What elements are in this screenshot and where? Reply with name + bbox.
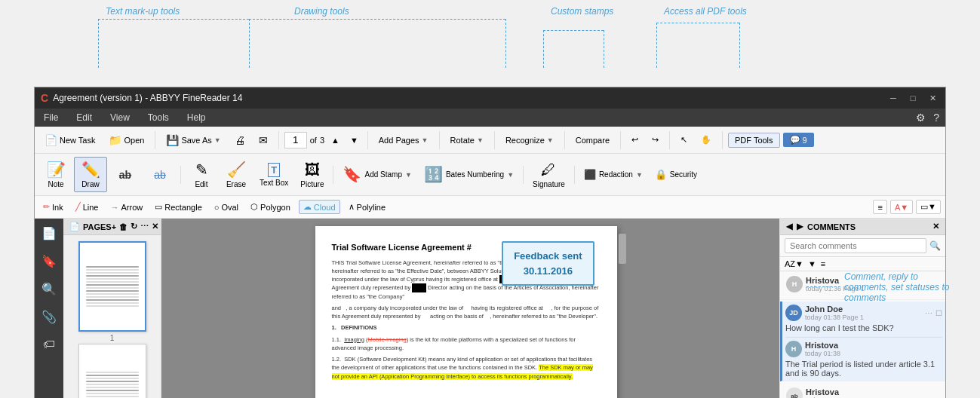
ink-tool[interactable]: ✏ Ink bbox=[39, 201, 67, 213]
pages-delete-icon[interactable]: 🗑 bbox=[119, 222, 127, 231]
cursor-button[interactable]: ↖ bbox=[675, 132, 693, 148]
ink-icon: ✏ bbox=[43, 202, 50, 212]
comments-close-icon[interactable]: ✕ bbox=[932, 222, 939, 231]
erase-tool[interactable]: 🧹 Erase bbox=[220, 157, 253, 192]
pages-panel: 📄 PAGES + 🗑 ↻ ⋯ ✕ bbox=[63, 219, 161, 398]
pages-controls: + 🗑 ↻ ⋯ ✕ bbox=[112, 222, 158, 231]
comment-avatar-1: H bbox=[786, 276, 803, 292]
main-content: 📄 🔖 🔍 📎 🏷 📄 PAGES + 🗑 ↻ ⋯ ✕ bbox=[35, 219, 945, 398]
strikethrough-tool-2[interactable]: ab bbox=[143, 165, 177, 185]
page-up-button[interactable]: ▲ bbox=[327, 133, 343, 147]
pages-rotate-icon[interactable]: ↻ bbox=[131, 222, 137, 231]
drawing-toolbar: ✏ Ink ╱ Line → Arrow ▭ Rectangle ○ Oval … bbox=[35, 196, 945, 219]
print-button[interactable]: 🖨 bbox=[229, 131, 250, 149]
compare-button[interactable]: Compare bbox=[570, 133, 615, 148]
draw-color-btn[interactable]: ≡ bbox=[873, 200, 886, 214]
page-thumb-1[interactable]: 1 bbox=[78, 241, 146, 332]
page-thumb-2[interactable]: 2 bbox=[78, 344, 146, 398]
toolbar-sep-1 bbox=[155, 131, 155, 149]
draw-color2-btn[interactable]: A▼ bbox=[890, 200, 913, 214]
open-button[interactable]: 📁 Open bbox=[103, 131, 149, 149]
security-tool[interactable]: 🔒 Security bbox=[650, 165, 702, 184]
menu-bar: File Edit View Tools Help ⚙ ? bbox=[35, 109, 945, 127]
comment-more-icon[interactable]: ⋯ bbox=[925, 309, 932, 317]
reply-text: The Trial period is listed under article… bbox=[785, 360, 942, 378]
sidebar-page-icon[interactable]: 📄 bbox=[38, 223, 60, 243]
minimize-button[interactable]: ─ bbox=[886, 91, 900, 105]
pages-title: PAGES bbox=[83, 222, 112, 231]
pdf-tools-button[interactable]: PDF Tools bbox=[728, 133, 780, 148]
save-dropdown-arrow: ▼ bbox=[214, 136, 221, 144]
add-pages-button[interactable]: Add Pages ▼ bbox=[373, 133, 434, 148]
menu-help[interactable]: Help bbox=[184, 111, 209, 124]
main-window: C Agreement (version 1) - ABBYY FineRead… bbox=[34, 87, 946, 398]
title-bar: C Agreement (version 1) - ABBYY FineRead… bbox=[35, 87, 945, 109]
pages-close-icon[interactable]: ✕ bbox=[152, 222, 158, 231]
picture-tool[interactable]: 🖼 Picture bbox=[295, 158, 329, 192]
nav-prev-icon[interactable]: ◀ bbox=[786, 222, 792, 231]
maximize-button[interactable]: □ bbox=[906, 91, 920, 105]
note-tool[interactable]: 📝 Note bbox=[39, 157, 72, 192]
doc-para-3: 1.1. Imaging (Mobile-Imaging) is the kit… bbox=[332, 335, 601, 353]
sidebar-clip-icon[interactable]: 📎 bbox=[38, 307, 60, 327]
save-as-button[interactable]: 💾 Save As ▼ bbox=[161, 131, 226, 149]
pages-more-icon[interactable]: ⋯ bbox=[140, 222, 149, 231]
layout-icon[interactable]: ≡ bbox=[821, 259, 825, 268]
bates-numbering-tool[interactable]: 🔢 Bates Numbering ▼ bbox=[419, 161, 519, 188]
sidebar-bookmark-icon[interactable]: 🔖 bbox=[38, 251, 60, 271]
page-number-input[interactable] bbox=[284, 132, 307, 148]
toolbar-sep-9 bbox=[722, 131, 723, 149]
filter-icon[interactable]: ▼ bbox=[808, 259, 816, 268]
menu-tools[interactable]: Tools bbox=[145, 111, 172, 124]
line-tool[interactable]: ╱ Line bbox=[72, 201, 103, 213]
toolbar-sep-5 bbox=[494, 131, 495, 149]
pages-add-icon[interactable]: + bbox=[112, 222, 116, 231]
hand-button[interactable]: ✋ bbox=[696, 132, 717, 148]
settings-icon[interactable]: ⚙ bbox=[916, 112, 926, 124]
save-icon: 💾 bbox=[166, 134, 179, 146]
new-task-button[interactable]: 📄 New Task bbox=[39, 131, 100, 149]
page-down-button[interactable]: ▼ bbox=[346, 133, 362, 147]
polyline-tool[interactable]: ∧ Polyline bbox=[345, 201, 390, 213]
rectangle-tool[interactable]: ▭ Rectangle bbox=[151, 201, 206, 213]
help-icon[interactable]: ? bbox=[933, 112, 939, 124]
comments-search-area: 🔍 bbox=[780, 235, 945, 257]
text-box-tool[interactable]: T Text Box bbox=[254, 159, 293, 191]
menu-file[interactable]: File bbox=[41, 111, 61, 124]
email-button[interactable]: ✉ bbox=[253, 131, 273, 149]
oval-tool[interactable]: ○ Oval bbox=[210, 201, 242, 213]
ann-sep-2 bbox=[333, 166, 333, 184]
draw-tool[interactable]: ✏️ Draw bbox=[74, 157, 107, 192]
feedback-line1: Feedback sent bbox=[514, 249, 582, 264]
strikethrough-tool-1[interactable]: ab bbox=[109, 165, 142, 185]
toolbar-sep-2 bbox=[278, 131, 279, 149]
toolbar-sep-8 bbox=[669, 131, 670, 149]
sidebar-tag-icon[interactable]: 🏷 bbox=[40, 335, 58, 354]
cloud-tool[interactable]: ☁ Cloud bbox=[299, 200, 340, 214]
undo-button[interactable]: ↩ bbox=[626, 132, 644, 148]
rotate-arrow: ▼ bbox=[477, 136, 484, 144]
sidebar-search-icon[interactable]: 🔍 bbox=[38, 279, 60, 299]
recognize-button[interactable]: Recognize ▼ bbox=[500, 133, 559, 148]
draw-border-btn[interactable]: ▭▼ bbox=[916, 200, 941, 214]
edit-tool[interactable]: ✎ Edit bbox=[185, 157, 218, 192]
comment-count-badge[interactable]: 💬 9 bbox=[783, 133, 814, 147]
az-sort-icon[interactable]: AZ▼ bbox=[785, 259, 803, 268]
redaction-tool[interactable]: ⬛ Redaction ▼ bbox=[579, 165, 648, 184]
email-icon: ✉ bbox=[259, 134, 268, 146]
comments-search-input[interactable] bbox=[785, 238, 926, 253]
polygon-tool[interactable]: ⬡ Polygon bbox=[247, 201, 294, 213]
close-button[interactable]: ✕ bbox=[926, 91, 939, 105]
rotate-button[interactable]: Rotate ▼ bbox=[445, 133, 489, 148]
note-icon: 📝 bbox=[47, 161, 66, 179]
arrow-tool[interactable]: → Arrow bbox=[106, 201, 146, 213]
menu-view[interactable]: View bbox=[107, 111, 133, 124]
document-area[interactable]: Feedback sent 30.11.2016 Trial Software … bbox=[161, 219, 779, 398]
comment-check-icon[interactable]: ☐ bbox=[935, 309, 942, 317]
add-stamp-tool[interactable]: 🔖 Add Stamp ▼ bbox=[337, 161, 416, 188]
menu-edit[interactable]: Edit bbox=[73, 111, 95, 124]
signature-tool[interactable]: 🖊 Signature bbox=[527, 158, 570, 192]
nav-next-icon[interactable]: ▶ bbox=[797, 222, 803, 231]
comments-header: ◀ ▶ COMMENTS ✕ bbox=[780, 219, 945, 235]
redo-button[interactable]: ↪ bbox=[647, 132, 664, 148]
